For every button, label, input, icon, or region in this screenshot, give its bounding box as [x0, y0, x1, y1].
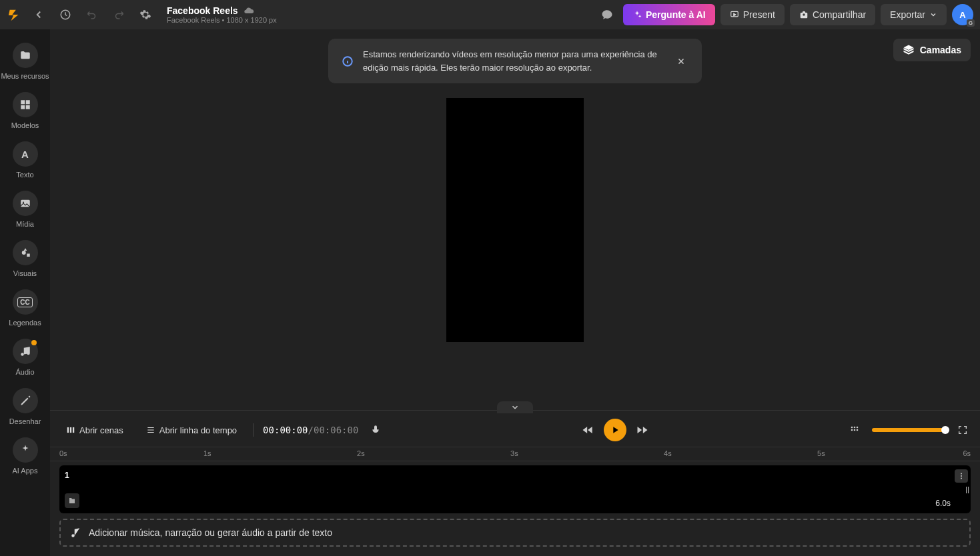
layers-icon [903, 44, 915, 56]
ruler-mark: 5s [817, 449, 825, 457]
svg-point-20 [961, 478, 962, 479]
zoom-thumb[interactable] [941, 426, 949, 434]
svg-point-17 [857, 429, 859, 431]
export-label: Exportar [890, 9, 925, 20]
svg-rect-3 [25, 100, 29, 104]
sidebar-item-visuals[interactable]: Visuais [0, 236, 50, 284]
timeline-panel: Abrir cenas Abrir linha do tempo 00:00:0… [50, 410, 980, 556]
svg-rect-5 [25, 105, 29, 109]
ruler-mark: 2s [357, 449, 365, 457]
sidebar-item-label: Áudio [15, 368, 34, 376]
svg-point-19 [961, 475, 962, 477]
ask-ai-button[interactable]: Pergunte à AI [623, 4, 715, 25]
text-icon: A [21, 149, 29, 160]
header: Facebook Reels Facebook Reels • 1080 x 1… [0, 0, 980, 29]
avatar-badge: G [967, 19, 975, 27]
info-icon [342, 55, 354, 67]
ruler-mark: 0s [59, 449, 67, 457]
toast-text: Estamos renderizando vídeos em resolução… [363, 48, 664, 74]
open-scenes-button[interactable]: Abrir cenas [59, 421, 130, 439]
clip-type-icon[interactable] [65, 493, 79, 508]
music-icon [19, 345, 31, 357]
voiceover-button[interactable] [368, 422, 384, 438]
avatar[interactable]: A G [952, 4, 973, 25]
present-button[interactable]: Present [720, 4, 785, 25]
sidebar-item-media[interactable]: Mídia [0, 187, 50, 235]
svg-point-16 [854, 429, 856, 431]
svg-point-18 [961, 473, 962, 475]
settings-button[interactable] [135, 4, 156, 25]
folder-icon [19, 49, 31, 61]
sidebar-item-label: Visuais [13, 269, 37, 277]
video-clip[interactable]: 1 6.0s || [59, 465, 971, 513]
share-button[interactable]: Compartilhar [790, 4, 875, 25]
open-timeline-button[interactable]: Abrir linha do tempo [139, 421, 243, 439]
timeline-ruler[interactable]: 0s 1s 2s 3s 4s 5s 6s [50, 447, 980, 461]
video-canvas[interactable] [446, 98, 584, 342]
svg-rect-9 [67, 427, 69, 433]
zoom-slider[interactable] [872, 428, 945, 432]
sidebar-item-aiapps[interactable]: AI Apps [0, 433, 50, 481]
svg-point-14 [857, 427, 859, 429]
forward-button[interactable] [636, 423, 649, 437]
music-add-icon [70, 527, 82, 539]
sidebar-item-captions[interactable]: CC Legendas [0, 285, 50, 333]
toast-close-button[interactable] [674, 54, 688, 69]
sidebar-item-audio[interactable]: Áudio [0, 335, 50, 383]
open-timeline-label: Abrir linha do tempo [159, 425, 237, 435]
sidebar-item-text[interactable]: A Texto [0, 137, 50, 185]
sidebar-item-label: AI Apps [13, 467, 38, 475]
ask-ai-label: Pergunte à AI [646, 9, 706, 20]
list-icon [146, 425, 155, 435]
svg-rect-2 [21, 100, 25, 104]
clip-menu-button[interactable] [955, 469, 968, 483]
sidebar-item-templates[interactable]: Modelos [0, 88, 50, 136]
clip-number: 1 [65, 471, 69, 480]
sidebar-item-label: Modelos [11, 121, 39, 129]
present-label: Present [743, 9, 775, 20]
playback-controls [581, 419, 649, 441]
sidebar-item-resources[interactable]: Meus recursos [0, 39, 50, 87]
ruler-mark: 3s [510, 449, 518, 457]
sparkle-icon [19, 444, 31, 456]
project-title[interactable]: Facebook Reels [167, 5, 238, 16]
share-label: Compartilhar [813, 9, 866, 20]
back-button[interactable] [28, 4, 49, 25]
canvas-area: Estamos renderizando vídeos em resolução… [50, 29, 980, 410]
notification-dot [31, 340, 37, 345]
app-logo[interactable] [7, 7, 23, 23]
redo-button[interactable] [108, 4, 129, 25]
sidebar-item-label: Mídia [16, 220, 34, 228]
svg-rect-11 [73, 427, 74, 433]
sidebar: Meus recursos Modelos A Texto Mídia Visu… [0, 29, 50, 556]
sidebar-item-label: Legendas [9, 319, 41, 327]
add-audio-label: Adicionar música, narração ou gerar áudi… [89, 527, 332, 538]
export-button[interactable]: Exportar [881, 4, 947, 25]
clip-resize-handle[interactable]: || [965, 485, 969, 493]
play-button[interactable] [604, 419, 626, 441]
project-subtitle: Facebook Reels • 1080 x 1920 px [167, 16, 277, 24]
cloud-saved-icon [243, 5, 254, 16]
avatar-letter: A [959, 10, 965, 20]
timecode: 00:00:00/00:06:00 [263, 425, 358, 435]
project-title-block: Facebook Reels Facebook Reels • 1080 x 1… [167, 5, 277, 24]
layers-label: Camadas [920, 45, 961, 55]
history-button[interactable] [55, 4, 76, 25]
undo-button[interactable] [81, 4, 103, 25]
scenes-icon [66, 425, 75, 435]
pencil-icon [19, 395, 31, 407]
chat-button[interactable] [596, 4, 618, 25]
info-toast: Estamos renderizando vídeos em resolução… [328, 39, 702, 83]
current-time: 00:00:00 [263, 425, 308, 435]
main-area: Estamos renderizando vídeos em resolução… [50, 29, 980, 556]
add-audio-row[interactable]: Adicionar música, narração ou gerar áudi… [59, 519, 971, 547]
sidebar-item-draw[interactable]: Desenhar [0, 384, 50, 432]
cc-icon: CC [17, 297, 32, 307]
rewind-button[interactable] [581, 423, 594, 437]
tracks-area: 1 6.0s || Adicionar música, narração ou … [50, 461, 980, 556]
ruler-mark: 6s [963, 449, 971, 457]
fullscreen-button[interactable] [955, 422, 971, 438]
grid-view-button[interactable] [847, 422, 863, 438]
templates-icon [19, 99, 31, 111]
layers-button[interactable]: Camadas [893, 39, 971, 61]
